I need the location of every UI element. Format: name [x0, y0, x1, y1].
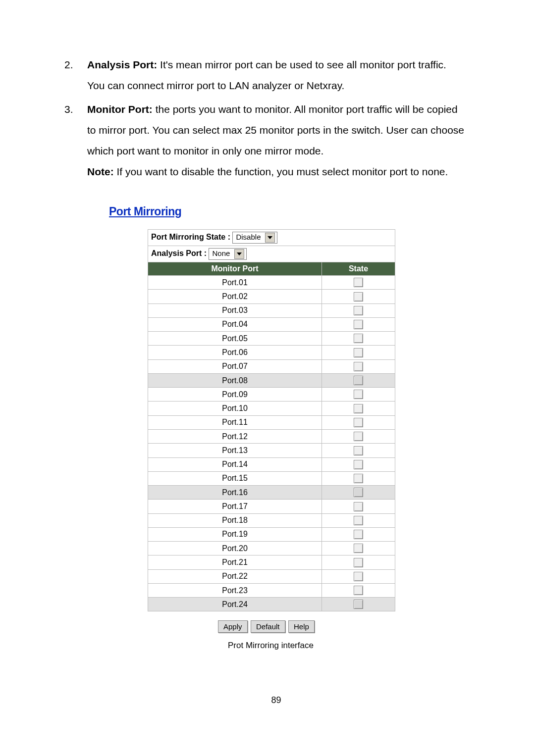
state-checkbox[interactable]: [354, 292, 363, 302]
state-checkbox[interactable]: [354, 432, 363, 441]
table-row: Port.01: [148, 276, 395, 290]
port-state-cell: [322, 346, 395, 359]
port-state-cell: [322, 598, 395, 611]
state-checkbox[interactable]: [354, 334, 363, 343]
figure-caption: Prot Mirroring interface: [228, 641, 488, 651]
port-state-cell: [322, 359, 395, 373]
mirroring-state-row: Port Mirroring State : Disable: [148, 230, 395, 246]
state-checkbox[interactable]: [354, 474, 363, 483]
state-checkbox[interactable]: [354, 460, 363, 469]
port-name: Port.03: [148, 303, 322, 317]
page-number: 89: [64, 695, 488, 706]
table-row: Port.15: [148, 471, 395, 485]
port-state-cell: [322, 486, 395, 500]
port-name: Port.21: [148, 555, 322, 569]
port-state-cell: [322, 388, 395, 402]
port-state-cell: [322, 513, 395, 527]
port-mirroring-table: Port Mirroring State : Disable Analysis …: [148, 229, 395, 611]
port-state-cell: [322, 303, 395, 317]
section-title: Port Mirroring: [109, 205, 238, 218]
table-row: Port.17: [148, 500, 395, 513]
port-name: Port.11: [148, 415, 322, 429]
table-row: Port.05: [148, 332, 395, 346]
state-checkbox[interactable]: [354, 572, 363, 581]
port-state-cell: [322, 429, 395, 443]
text: the ports you want to monitor. All monit…: [153, 103, 458, 115]
port-name: Port.07: [148, 359, 322, 373]
column-header-monitor: Monitor Port: [148, 262, 322, 276]
port-name: Port.01: [148, 276, 322, 290]
state-value: Disable: [236, 233, 261, 241]
port-state-cell: [322, 373, 395, 387]
table-row: Port.23: [148, 583, 395, 597]
state-checkbox[interactable]: [354, 390, 363, 399]
table-row: Port.12: [148, 429, 395, 443]
table-row: Port.16: [148, 486, 395, 500]
port-state-cell: [322, 444, 395, 457]
state-checkbox[interactable]: [354, 320, 363, 329]
state-checkbox[interactable]: [354, 600, 363, 609]
state-checkbox[interactable]: [354, 544, 363, 553]
port-state-cell: [322, 500, 395, 513]
port-name: Port.24: [148, 598, 322, 611]
table-row: Port.19: [148, 527, 395, 541]
column-header-state: State: [322, 262, 395, 276]
state-checkbox[interactable]: [354, 530, 363, 539]
port-name: Port.08: [148, 373, 322, 387]
port-name: Port.22: [148, 569, 322, 583]
port-name: Port.05: [148, 332, 322, 346]
table-row: Port.21: [148, 555, 395, 569]
analysis-port-select[interactable]: None: [209, 248, 246, 260]
port-state-cell: [322, 555, 395, 569]
port-state-cell: [322, 402, 395, 415]
state-checkbox[interactable]: [354, 586, 363, 595]
table-row: Port.02: [148, 290, 395, 303]
port-name: Port.02: [148, 290, 322, 303]
port-name: Port.17: [148, 500, 322, 513]
mirroring-state-select[interactable]: Disable: [232, 232, 277, 244]
port-state-cell: [322, 457, 395, 471]
state-checkbox[interactable]: [354, 348, 363, 357]
port-state-cell: [322, 471, 395, 485]
state-checkbox[interactable]: [354, 306, 363, 315]
port-name: Port.15: [148, 471, 322, 485]
port-state-cell: [322, 290, 395, 303]
state-checkbox[interactable]: [354, 278, 363, 287]
table-row: Port.06: [148, 346, 395, 359]
port-name: Port.20: [148, 542, 322, 555]
table-row: Port.09: [148, 388, 395, 402]
note-text: If you want to disable the function, you…: [114, 166, 448, 177]
port-name: Port.12: [148, 429, 322, 443]
port-state-cell: [322, 569, 395, 583]
list-number: 3.: [64, 99, 87, 182]
state-checkbox[interactable]: [354, 446, 363, 455]
analysis-port-label: Analysis Port:: [87, 59, 157, 70]
state-checkbox[interactable]: [354, 516, 363, 525]
text: which port want to monitor in only one m…: [87, 141, 488, 161]
text: You can connect mirror port to LAN analy…: [87, 75, 488, 96]
default-button[interactable]: Default: [251, 620, 285, 633]
list-item-2: 2. Analysis Port: It's mean mirror port …: [64, 54, 488, 96]
state-checkbox[interactable]: [354, 404, 363, 413]
note-label: Note:: [87, 166, 114, 177]
state-label: Port Mirroring State :: [151, 233, 232, 241]
port-name: Port.06: [148, 346, 322, 359]
port-name: Port.14: [148, 457, 322, 471]
apply-button[interactable]: Apply: [218, 620, 248, 633]
state-checkbox[interactable]: [354, 488, 363, 497]
port-name: Port.19: [148, 527, 322, 541]
chevron-down-icon: [234, 249, 244, 259]
monitor-port-label: Monitor Port:: [87, 103, 153, 115]
help-button[interactable]: Help: [288, 620, 315, 633]
table-row: Port.11: [148, 415, 395, 429]
state-checkbox[interactable]: [354, 418, 363, 427]
table-row: Port.20: [148, 542, 395, 555]
port-name: Port.09: [148, 388, 322, 402]
state-checkbox[interactable]: [354, 376, 363, 385]
port-state-cell: [322, 317, 395, 331]
state-checkbox[interactable]: [354, 502, 363, 511]
state-checkbox[interactable]: [354, 362, 363, 371]
port-state-cell: [322, 332, 395, 346]
state-checkbox[interactable]: [354, 558, 363, 567]
port-state-cell: [322, 415, 395, 429]
